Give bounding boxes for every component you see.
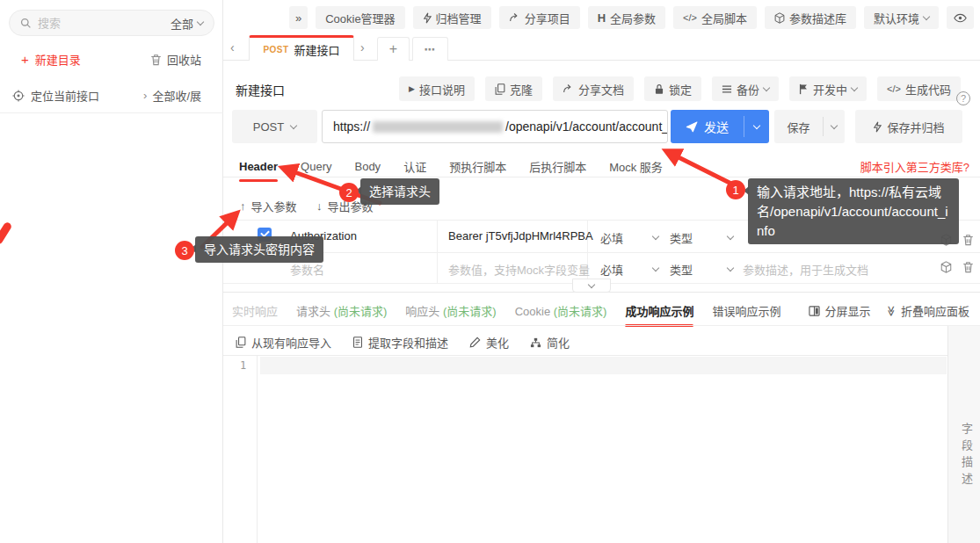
param-description-lib-button[interactable]: 参数描述库 — [765, 6, 856, 29]
generate-code-button[interactable]: </> 生成代码 — [877, 76, 961, 101]
chevron-down-icon — [763, 83, 770, 90]
chevron-down-icon — [851, 83, 858, 90]
param-value-input[interactable]: 参数值，支持Mock字段变量 — [448, 261, 590, 278]
global-script-label: 全局脚本 — [701, 10, 747, 26]
annotation-arrow-1 — [673, 155, 735, 185]
beautify-button[interactable]: 美化 — [469, 334, 509, 351]
tab-request-headers[interactable]: 请求头 (尚未请求) — [296, 302, 387, 327]
save-options-caret[interactable] — [824, 126, 845, 128]
import-params-button[interactable]: ↑ 导入参数 — [240, 198, 297, 214]
field-description-label: 字段描述 — [958, 423, 970, 489]
global-params-button[interactable]: H 全局参数 — [588, 6, 665, 29]
toggle-all-button[interactable]: › 全部收/展 — [143, 87, 201, 104]
field-description-side-panel[interactable]: 字段描述 — [947, 326, 980, 543]
param-name-input[interactable]: 参数名 — [290, 261, 324, 278]
import-from-response-button[interactable]: 从现有响应导入 — [236, 334, 331, 351]
response-code-editor[interactable] — [260, 355, 947, 543]
trash-icon[interactable] — [962, 261, 974, 273]
annotation-tooltip-3: 导入请求头密钥内容 — [195, 236, 323, 263]
arrow-up-icon: ↑ — [240, 199, 246, 213]
type-dropdown[interactable]: 类型 — [670, 229, 733, 246]
save-button[interactable]: 保存 — [774, 119, 823, 135]
tab-scroll-left-button[interactable]: ‹ — [230, 40, 235, 54]
new-tab-button[interactable]: + — [377, 37, 410, 61]
tab-label: 实时响应 — [232, 305, 278, 318]
share-doc-label: 分享文档 — [578, 81, 624, 98]
cube-icon[interactable] — [940, 261, 952, 273]
share-doc-button[interactable]: 分享文档 — [553, 76, 634, 101]
copy-icon — [495, 83, 505, 95]
api-description-button[interactable]: ▶ 接口说明 — [399, 76, 475, 101]
tab-response-headers[interactable]: 响应头 (尚未请求) — [405, 302, 496, 327]
arrow-down-icon: ↓ — [316, 199, 323, 213]
doc-header-actions: ▶ 接口说明 克隆 分享文档 锁定 备份 开发中 </> 生成代码 — [399, 76, 961, 101]
collapse-request-panel-button[interactable] — [572, 279, 611, 293]
copy-icon — [236, 337, 246, 348]
send-options-caret[interactable] — [744, 126, 769, 128]
tab-label: 请求头 — [296, 305, 330, 318]
tab-live-response[interactable]: 实时响应 — [232, 302, 278, 327]
search-scope-dropdown[interactable]: 全部 — [171, 15, 203, 32]
tab-mock-service[interactable]: Mock 服务 — [609, 158, 663, 184]
collapse-response-panel-button[interactable]: ≫ 折叠响应面板 — [886, 302, 969, 319]
dev-status-dropdown[interactable]: 开发中 — [789, 76, 867, 101]
required-dropdown[interactable]: 必填 — [600, 261, 658, 278]
backup-dropdown[interactable]: 备份 — [712, 76, 779, 101]
recycle-bin-button[interactable]: 回收站 — [150, 51, 201, 68]
extract-fields-button[interactable]: 提取字段和描述 — [352, 334, 448, 351]
tab-post-new-api[interactable]: POST 新建接口 — [249, 35, 354, 61]
search-input[interactable] — [38, 17, 164, 30]
script-lib-link[interactable]: 脚本引入第三方类库? — [860, 158, 969, 175]
trash-icon[interactable] — [962, 234, 974, 246]
eye-toggle-button[interactable] — [947, 6, 974, 29]
search-box[interactable]: 全部 — [9, 10, 214, 36]
type-dropdown[interactable]: 类型 — [670, 261, 733, 278]
tab-query[interactable]: Query — [301, 160, 331, 182]
save-and-archive-button[interactable]: 保存并归档 — [855, 110, 962, 143]
tab-pre-script[interactable]: 预执行脚本 — [449, 158, 506, 184]
annotation-badge-2: 2 — [339, 183, 359, 202]
tab-success-response-example[interactable]: 成功响应示例 — [625, 302, 693, 327]
tab-header[interactable]: Header — [239, 160, 278, 182]
archive-manager-button[interactable]: 归档管理 — [413, 6, 491, 29]
send-button[interactable]: 发送 — [671, 118, 744, 135]
recycle-bin-label: 回收站 — [167, 51, 201, 68]
import-params-label: 导入参数 — [251, 198, 297, 214]
locate-current-api-button[interactable]: 定位当前接口 — [12, 87, 99, 104]
new-folder-button[interactable]: + 新建目录 — [21, 51, 81, 68]
archive-manager-label: 归档管理 — [436, 10, 482, 26]
tab-cookie[interactable]: Cookie (尚未请求) — [515, 302, 607, 327]
chevron-down-icon — [923, 12, 930, 19]
tab-status-suffix: (尚未请求) — [443, 305, 497, 318]
param-desc-input[interactable]: 参数描述，用于生成文档 — [743, 261, 868, 278]
help-icon[interactable]: ? — [956, 91, 970, 105]
environment-dropdown[interactable]: 默认环境 — [864, 6, 939, 29]
param-value-value[interactable]: Bearer jT5vfjJdpHMrl4RPBA — [448, 229, 593, 243]
global-script-button[interactable]: </> 全局脚本 — [673, 6, 757, 29]
tab-post-script[interactable]: 后执行脚本 — [529, 158, 586, 184]
chevron-down-icon — [831, 121, 838, 128]
lock-button[interactable]: 锁定 — [644, 76, 701, 101]
share-icon — [509, 12, 520, 23]
split-view-label: 分屏显示 — [824, 302, 870, 319]
url-input[interactable]: https:// /openapi/v1/account/account_inf… — [322, 110, 668, 143]
clone-button[interactable]: 克隆 — [485, 76, 542, 101]
tab-more-button[interactable]: ⋯ — [412, 37, 448, 61]
search-icon — [20, 18, 32, 29]
tab-scroll-right-button[interactable]: › — [360, 40, 365, 54]
code-icon: </> — [887, 83, 901, 94]
send-label: 发送 — [704, 118, 729, 135]
method-dropdown[interactable]: POST — [232, 110, 317, 143]
simplify-button[interactable]: 简化 — [530, 334, 570, 351]
chevron-down-icon — [588, 280, 595, 287]
chevron-down-icon — [753, 121, 760, 128]
required-dropdown[interactable]: 必填 — [600, 229, 658, 246]
share-project-label: 分享项目 — [525, 10, 570, 26]
method-label: POST — [253, 120, 284, 134]
split-view-button[interactable]: 分屏显示 — [809, 302, 870, 319]
toolbar-collapse-button[interactable]: » — [289, 6, 308, 29]
cookie-manager-button[interactable]: Cookie管理器 — [316, 6, 404, 29]
tab-error-response-example[interactable]: 错误响应示例 — [712, 302, 780, 327]
share-project-button[interactable]: 分享项目 — [499, 6, 580, 29]
pen-icon — [469, 337, 481, 348]
